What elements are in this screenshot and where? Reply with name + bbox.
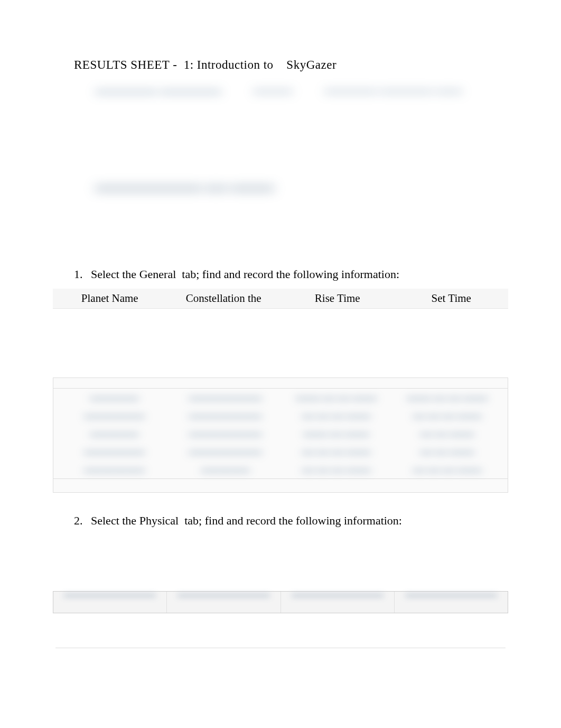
table-row: ———— —————— —— — — —— —— — — —— [53,389,508,407]
obscured-text: ———— ———— —— [324,82,462,98]
obscured-cell: —— — —— [303,427,369,441]
page-footer-rule [55,648,506,649]
obscured-text: ————— — —— [95,173,508,199]
table-row: ————— ———— — — — —— — — — —— [53,460,508,478]
table-row: ————— —————— — — — —— — — — —— [53,407,508,425]
obscured-cell: —————— [189,409,261,423]
obscured-cell: —— — — —— [296,391,377,405]
results-sheet-title: RESULTS SHEET - 1: Introduction to SkyGa… [74,58,508,72]
obscured-header-row: ———— ———— ——— ———— ———— —— [53,81,508,99]
table-spacer-row [53,478,508,492]
col-header-constellation: Constellation the [167,291,281,306]
obscured-cell: ————— [84,463,145,477]
obscured-text: ——— [253,82,293,98]
obscured-header-cell [395,592,508,613]
question-1-text: 1. Select the General tab; find and reco… [74,268,508,281]
lab-name: SkyGazer [286,58,336,71]
obscured-text: ———— ———— [95,81,221,99]
obscured-subheader: ————— — —— [53,173,508,199]
results-sheet-label: RESULTS SHEET - [74,58,177,71]
obscured-header-cell [281,592,395,613]
obscured-cell: —— — — —— [407,391,488,405]
obscured-header-cell [53,592,167,613]
document-page: RESULTS SHEET - 1: Introduction to SkyGa… [0,0,561,634]
obscured-cell: ————— [84,409,145,423]
obscured-header-cell [167,592,280,613]
obscured-cell: — — — —— [413,463,481,477]
table-row: ————— —————— — — — —— — — —— [53,443,508,460]
obscured-cell: ———— [90,427,138,441]
table-1: Planet Name Constellation the Rise Time … [53,289,508,493]
question-text: Select the Physical tab; find and record… [91,514,402,528]
col-header-planet: Planet Name [53,291,167,306]
obscured-cell: — — — —— [413,409,481,423]
table-row: ———— —————— —— — —— — — —— [53,425,508,443]
table-header-row: Planet Name Constellation the Rise Time … [53,289,508,309]
obscured-cell: ————— [84,445,145,459]
question-2-block: 2. Select the Physical tab; find and rec… [53,514,508,613]
question-2-text: 2. Select the Physical tab; find and rec… [74,514,508,528]
obscured-cell: ———— [201,463,249,477]
table-2-header [53,591,508,613]
table-spacer-row [53,378,508,389]
col-header-rise-time: Rise Time [280,291,395,306]
table-body: ———— —————— —— — — —— —— — — —— ————— ——… [53,377,508,493]
obscured-cell: — — —— [420,445,474,459]
question-text: Select the General tab; find and record … [91,268,399,281]
obscured-cell: — — — —— [302,445,370,459]
col-header-set-time: Set Time [395,291,509,306]
question-number: 1. [74,268,83,281]
obscured-cell: —————— [189,445,261,459]
question-1-block: 1. Select the General tab; find and reco… [53,268,508,493]
question-number: 2. [74,514,83,528]
obscured-cell: ———— [90,391,138,405]
obscured-cell: — — — —— [302,463,370,477]
lab-number: 1: Introduction to [184,58,274,71]
obscured-cell: — — — —— [302,409,370,423]
obscured-cell: — — —— [420,427,474,441]
obscured-cell: —————— [189,427,261,441]
obscured-cell: —————— [189,391,261,405]
